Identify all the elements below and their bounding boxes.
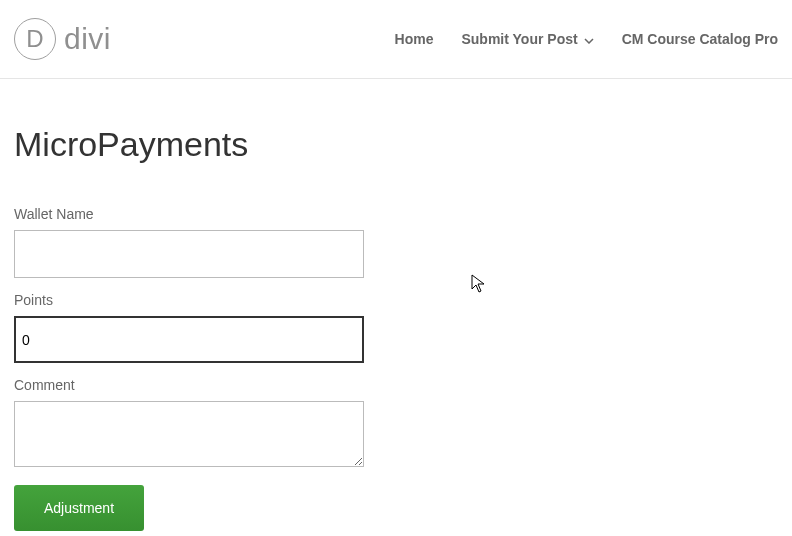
wallet-name-input[interactable] — [14, 230, 364, 278]
comment-label: Comment — [14, 377, 778, 393]
content: MicroPayments Wallet Name Points Comment… — [0, 79, 792, 531]
adjustment-button[interactable]: Adjustment — [14, 485, 144, 531]
points-input[interactable] — [14, 316, 364, 363]
logo[interactable]: D divi — [14, 18, 111, 60]
nav-catalog-label: CM Course Catalog Pro — [622, 31, 778, 47]
logo-text: divi — [64, 22, 111, 56]
nav-home-label: Home — [395, 31, 434, 47]
nav: Home Submit Your Post CM Course Catalog … — [395, 31, 778, 47]
logo-icon: D — [14, 18, 56, 60]
wallet-name-label: Wallet Name — [14, 206, 778, 222]
nav-course-catalog[interactable]: CM Course Catalog Pro — [622, 31, 778, 47]
points-label: Points — [14, 292, 778, 308]
logo-letter: D — [26, 27, 43, 51]
chevron-down-icon — [584, 31, 594, 47]
nav-submit-post[interactable]: Submit Your Post — [461, 31, 593, 47]
comment-input[interactable] — [14, 401, 364, 467]
header: D divi Home Submit Your Post CM Course C… — [0, 0, 792, 79]
nav-submit-label: Submit Your Post — [461, 31, 577, 47]
nav-home[interactable]: Home — [395, 31, 434, 47]
page-title: MicroPayments — [14, 125, 778, 164]
